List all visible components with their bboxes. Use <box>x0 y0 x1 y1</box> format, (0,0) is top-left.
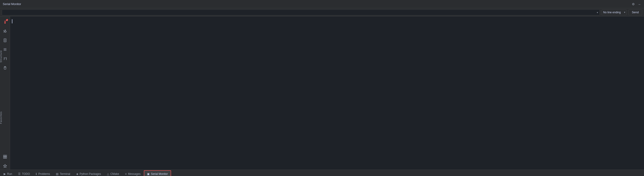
alert-icon-button[interactable] <box>1 18 9 26</box>
line-ending-select[interactable]: No line ending <box>602 10 626 15</box>
svg-marker-18 <box>4 164 7 168</box>
main-layout: Structure Favorites <box>0 16 644 170</box>
svg-rect-17 <box>5 157 7 158</box>
close-button[interactable]: – <box>638 2 641 6</box>
sort-icon-button[interactable] <box>1 55 9 62</box>
svg-rect-16 <box>4 157 5 158</box>
tab-messages-label: Messages <box>128 172 140 176</box>
python-packages-icon: ◈ <box>76 172 78 176</box>
tab-serial-monitor[interactable]: ▣ Serial Monitor <box>144 170 171 176</box>
svg-rect-13 <box>4 67 6 69</box>
tab-cmake-label: CMake <box>110 172 119 176</box>
tab-terminal[interactable]: ▤ Terminal <box>53 170 73 176</box>
tab-serial-monitor-label: Serial Monitor <box>151 172 168 176</box>
tab-todo[interactable]: ☰ TODO <box>15 170 32 176</box>
svg-rect-15 <box>5 155 7 156</box>
bottom-tabs: ▶ Run ☰ TODO ℹ Problems ▤ Terminal ◈ Pyt… <box>0 170 644 176</box>
tab-problems-label: Problems <box>38 172 50 176</box>
title-bar: Serial Monitor ⚙ – <box>0 0 644 8</box>
favorites-label: Favorites <box>0 112 2 124</box>
tab-cmake[interactable]: △ CMake <box>104 170 122 176</box>
tab-python-packages[interactable]: ◈ Python Packages <box>74 170 104 176</box>
input-dropdown-button[interactable]: ▾ <box>596 10 599 14</box>
left-sidebar: Structure Favorites <box>0 16 10 170</box>
cmake-icon: △ <box>107 172 109 176</box>
tab-python-packages-label: Python Packages <box>80 172 101 176</box>
tab-messages[interactable]: ≡ Messages <box>122 170 143 176</box>
alert-badge <box>6 19 8 20</box>
run-icon: ▶ <box>4 172 6 176</box>
trash-icon-button[interactable] <box>1 64 9 72</box>
svg-point-0 <box>4 22 6 24</box>
serial-input[interactable] <box>2 10 600 15</box>
svg-rect-1 <box>4 20 6 22</box>
toolbar: ▾ No line ending Send <box>0 8 644 16</box>
tab-run[interactable]: ▶ Run <box>1 170 15 176</box>
title-bar-actions: ⚙ – <box>631 2 641 6</box>
list-icon-button[interactable] <box>1 46 9 53</box>
send-button[interactable]: Send <box>628 10 642 15</box>
tab-run-label: Run <box>7 172 12 176</box>
cursor-line <box>12 18 642 24</box>
content-area <box>10 16 644 170</box>
text-cursor <box>12 19 12 24</box>
serial-monitor-icon: ▣ <box>147 172 150 176</box>
document-icon-button[interactable] <box>1 37 9 44</box>
title-bar-title: Serial Monitor <box>3 2 21 6</box>
star-icon-button[interactable] <box>1 162 9 170</box>
settings-button[interactable]: ⚙ <box>631 2 636 6</box>
problems-icon: ℹ <box>36 172 37 176</box>
todo-icon: ☰ <box>18 172 20 176</box>
wrench-icon-button[interactable] <box>1 28 9 35</box>
tab-problems[interactable]: ℹ Problems <box>33 170 53 176</box>
title-bar-left: Serial Monitor <box>3 2 21 6</box>
terminal-icon: ▤ <box>56 172 58 176</box>
line-ending-wrapper: No line ending <box>602 10 626 15</box>
tab-todo-label: TODO <box>22 172 30 176</box>
input-wrapper: ▾ <box>2 10 600 15</box>
messages-icon: ≡ <box>125 172 127 176</box>
svg-rect-14 <box>4 155 5 156</box>
grid-icon-button[interactable] <box>1 153 9 160</box>
tab-terminal-label: Terminal <box>60 172 70 176</box>
